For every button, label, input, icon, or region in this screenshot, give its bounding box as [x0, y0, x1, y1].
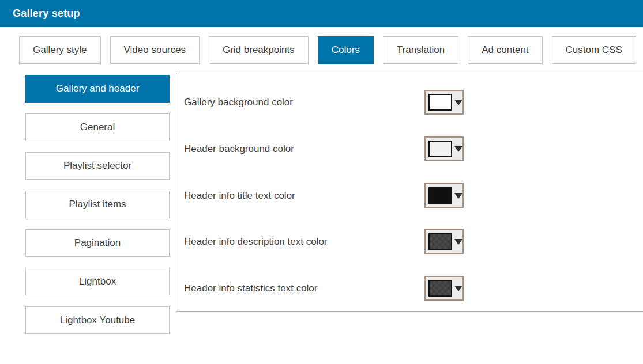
color-swatch [428, 94, 452, 111]
dropdown-arrow-icon [454, 286, 462, 291]
setting-label: Gallery background color [184, 97, 293, 108]
dropdown-arrow-icon [454, 193, 462, 199]
colors-section-sidebar: Gallery and header General Playlist sele… [25, 75, 170, 345]
setting-label: Header info description text color [184, 236, 328, 248]
sidebar-item-lightbox[interactable]: Lightbox [25, 268, 170, 295]
setting-label: Header background color [184, 143, 294, 155]
color-swatch [428, 187, 452, 204]
sidebar-item-lightbox-youtube[interactable]: Lightbox Youtube [25, 306, 170, 334]
sidebar-item-pagination[interactable]: Pagination [25, 229, 170, 257]
settings-tab-bar: Gallery style Video sources Grid breakpo… [19, 36, 636, 64]
color-picker-header-info-statistics[interactable] [424, 276, 464, 301]
sidebar-item-playlist-selector[interactable]: Playlist selector [25, 152, 170, 180]
sidebar-item-general[interactable]: General [25, 113, 170, 141]
gallery-setup-window: Gallery setup Gallery style Video source… [0, 0, 643, 364]
color-picker-header-info-description[interactable] [424, 229, 464, 254]
setting-row-header-info-description-text-color: Header info description text color [176, 229, 643, 254]
tab-video-sources[interactable]: Video sources [110, 36, 200, 64]
tab-ad-content[interactable]: Ad content [468, 36, 542, 64]
dropdown-arrow-icon [454, 239, 462, 245]
tab-grid-breakpoints[interactable]: Grid breakpoints [209, 36, 309, 64]
color-settings-panel: Gallery background color Header backgrou… [176, 73, 643, 312]
color-picker-header-background[interactable] [424, 136, 464, 161]
color-picker-header-info-title[interactable] [424, 183, 464, 208]
setting-label: Header info statistics text color [184, 283, 317, 294]
setting-label: Header info title text color [184, 190, 295, 202]
setting-row-gallery-background-color: Gallery background color [176, 90, 643, 115]
setting-row-header-background-color: Header background color [176, 136, 643, 161]
setting-row-header-info-statistics-text-color: Header info statistics text color [176, 276, 643, 301]
sidebar-item-playlist-items[interactable]: Playlist items [25, 191, 170, 218]
page-title: Gallery setup [0, 7, 80, 20]
color-swatch [428, 233, 452, 250]
setting-row-header-info-title-text-color: Header info title text color [176, 183, 643, 208]
color-swatch [428, 141, 452, 157]
tab-gallery-style[interactable]: Gallery style [19, 36, 101, 64]
color-picker-gallery-background[interactable] [424, 90, 464, 115]
tab-colors[interactable]: Colors [318, 36, 374, 64]
tab-translation[interactable]: Translation [383, 36, 458, 64]
title-bar: Gallery setup [0, 0, 643, 27]
tab-custom-css[interactable]: Custom CSS [552, 36, 636, 64]
sidebar-item-gallery-and-header[interactable]: Gallery and header [25, 75, 170, 103]
color-swatch [428, 280, 452, 297]
dropdown-arrow-icon [454, 146, 462, 152]
dropdown-arrow-icon [454, 100, 462, 105]
